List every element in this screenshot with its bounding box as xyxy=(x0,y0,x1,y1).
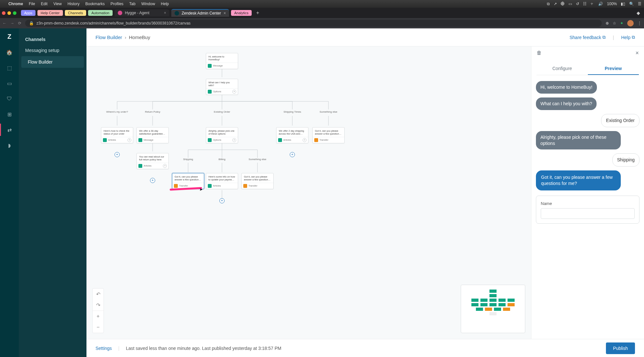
add-step-button[interactable]: + xyxy=(115,152,120,157)
menu-edit[interactable]: Edit xyxy=(41,2,48,6)
flow-node[interactable]: We offer 2 day shipping across the USA a… xyxy=(276,127,308,143)
flow-node[interactable]: Alrighty, please pick one of these optio… xyxy=(206,127,238,143)
zendesk-logo-icon[interactable]: Z xyxy=(7,33,11,40)
home-icon[interactable]: 🏠 xyxy=(6,49,13,56)
breadcrumb-current: HomeBuy xyxy=(129,35,150,40)
chat-bot-message: What can I help you with? xyxy=(536,97,597,110)
name-input[interactable] xyxy=(541,208,635,219)
close-tab-icon[interactable]: × xyxy=(224,11,226,15)
wifi-icon[interactable]: ᯤ xyxy=(590,2,594,6)
apps-icon[interactable]: ⊞ xyxy=(6,111,13,118)
browser-tab-zendesk[interactable]: Zendesk Admin Center × xyxy=(171,9,229,17)
flow-node-selected[interactable]: Got it, can you please answer a few ques… xyxy=(172,173,204,189)
option-label[interactable]: Where's my order? xyxy=(106,110,128,113)
tab-title: Hygge - Agent xyxy=(125,11,149,15)
menu-bookmarks[interactable]: Bookmarks xyxy=(86,2,105,6)
option-label[interactable]: Existing Order xyxy=(214,110,230,113)
forward-button[interactable]: → xyxy=(10,21,14,26)
breadcrumb-root[interactable]: Flow Builder xyxy=(96,35,122,40)
chrome-menu-icon[interactable]: ⋮ xyxy=(638,21,641,26)
new-tab-button[interactable]: + xyxy=(254,10,262,16)
workspace-icon[interactable]: ⬚ xyxy=(6,64,13,71)
flow-node[interactable]: You can read about our full return polic… xyxy=(136,153,169,169)
sidebar-header: Channels xyxy=(19,34,86,45)
bookmark-apps[interactable]: Apps xyxy=(21,10,35,16)
profile-avatar-icon[interactable] xyxy=(627,20,634,26)
menu-view[interactable]: View xyxy=(53,2,62,6)
share-feedback-link[interactable]: Share feedback ⧉ xyxy=(569,35,606,40)
close-panel-icon[interactable]: × xyxy=(635,50,639,56)
flow-node[interactable]: We offer a 30-day satisfaction guarantee… xyxy=(136,127,169,143)
tab-configure[interactable]: Configure xyxy=(537,63,588,75)
extensions-icon[interactable]: ✦ xyxy=(620,21,623,26)
delete-icon[interactable]: 🗑 xyxy=(537,50,542,56)
add-step-button[interactable]: + xyxy=(219,198,225,203)
airplay-icon[interactable]: ▭ xyxy=(569,2,572,6)
flow-node-welcome[interactable]: Hi, welcome to HomeBuy! Message xyxy=(206,53,238,69)
menu-window[interactable]: Window xyxy=(141,2,155,6)
option-label[interactable]: Shipping Times xyxy=(284,110,301,113)
bookmark-automation[interactable]: Automation xyxy=(88,10,113,16)
bookmark-channels[interactable]: Channels xyxy=(65,10,86,16)
external-link-icon: ⧉ xyxy=(632,35,635,40)
bookmark-star-icon[interactable]: ☆ xyxy=(613,21,616,26)
menu-tab[interactable]: Tab xyxy=(129,2,136,6)
add-option-icon[interactable]: + xyxy=(232,90,236,94)
bookmark-analytics[interactable]: Analytics xyxy=(231,10,252,16)
volume-icon[interactable]: 🔊 xyxy=(598,2,603,6)
sidebar-item-flow-builder[interactable]: Flow Builder xyxy=(21,56,84,68)
globe-icon[interactable]: 🌐︎ xyxy=(561,2,565,6)
add-step-button[interactable]: + xyxy=(290,152,295,157)
zoom-icon[interactable]: ⊕ xyxy=(606,21,609,26)
zoom-in-button[interactable]: + xyxy=(93,311,104,322)
shield-icon[interactable]: 🛡 xyxy=(6,95,13,102)
minimap[interactable] xyxy=(461,285,525,333)
menu-history[interactable]: History xyxy=(67,2,79,6)
bookmark-help[interactable]: Help Center xyxy=(37,10,63,16)
menu-help[interactable]: Help xyxy=(161,2,169,6)
share-icon[interactable]: ↗ xyxy=(554,2,557,6)
menubar-app[interactable]: Chrome xyxy=(8,2,23,6)
publish-button[interactable]: Publish xyxy=(606,342,635,354)
calendar-icon[interactable]: ☷ xyxy=(583,2,587,6)
sidebar-item-messaging[interactable]: Messaging setup xyxy=(19,45,86,56)
chat-icon[interactable]: ◗ xyxy=(6,142,13,149)
option-label[interactable]: Something else xyxy=(319,110,337,113)
flow-node[interactable]: Here's how to check the status of your o… xyxy=(101,127,133,143)
add-step-button[interactable]: + xyxy=(150,178,155,183)
flow-node[interactable]: Got it, can you please answer a few ques… xyxy=(241,173,274,189)
help-link[interactable]: Help ⧉ xyxy=(621,35,635,40)
flow-node[interactable]: Got it, can you please answer a few ques… xyxy=(312,127,345,143)
undo-button[interactable]: ↶ xyxy=(93,289,104,300)
address-bar[interactable]: 🔒 z3n-pmm-demo.zendesk.com/admin/channel… xyxy=(25,20,602,27)
redo-button[interactable]: ↷ xyxy=(93,300,104,311)
option-label[interactable]: Return Policy xyxy=(145,110,160,113)
card-icon[interactable]: ▭ xyxy=(6,80,13,87)
menu-profiles[interactable]: Profiles xyxy=(111,2,124,6)
chat-user-reply[interactable]: Existing Order xyxy=(601,114,639,127)
pip-icon[interactable]: ⧉ xyxy=(547,2,550,6)
chat-user-reply[interactable]: Shipping xyxy=(612,153,640,167)
zoom-out-button[interactable]: − xyxy=(93,322,104,333)
menu-file[interactable]: File xyxy=(29,2,35,6)
control-center-icon[interactable]: ☰ xyxy=(638,2,641,6)
flow-canvas[interactable]: Hi, welcome to HomeBuy! Message What can… xyxy=(86,46,531,339)
flow-node-help[interactable]: What can I help you with? Options+ xyxy=(206,79,238,95)
tab-preview[interactable]: Preview xyxy=(588,63,639,75)
favicon-icon xyxy=(118,11,122,15)
close-tab-icon[interactable]: × xyxy=(164,11,166,15)
settings-link[interactable]: Settings xyxy=(96,346,112,351)
canvas-tools: ↶ ↷ + − xyxy=(92,288,104,333)
channels-icon[interactable]: ⇄ xyxy=(6,126,13,133)
spotlight-icon[interactable]: 🔍 xyxy=(629,2,634,6)
incognito-icon: ◆ xyxy=(637,10,640,15)
sync-icon[interactable]: ↺ xyxy=(576,2,579,6)
browser-tab-hygge[interactable]: Hygge - Agent × xyxy=(115,9,169,16)
option-label[interactable]: Shipping xyxy=(183,158,193,161)
option-label[interactable]: Something else xyxy=(248,158,266,161)
reload-button[interactable]: ⟳ xyxy=(18,21,21,26)
flow-node[interactable]: Here's some info on how to update your p… xyxy=(206,173,238,189)
option-label[interactable]: Billing xyxy=(218,158,225,161)
window-controls[interactable] xyxy=(2,11,16,15)
back-button[interactable]: ← xyxy=(3,21,6,26)
